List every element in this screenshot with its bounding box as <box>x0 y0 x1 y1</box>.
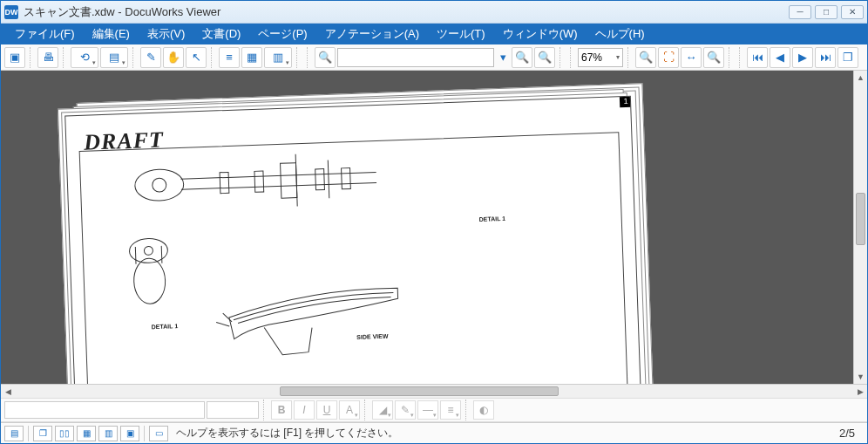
zoom-region-button[interactable]: 🔍 <box>635 47 656 68</box>
next-icon: ▶ <box>798 51 807 64</box>
horizontal-scrollbar[interactable]: ◀ ▶ <box>1 384 867 398</box>
label-detail1-left: DETAIL 1 <box>152 323 179 330</box>
minimize-button[interactable]: ─ <box>789 5 811 19</box>
scroll-right-icon[interactable]: ▶ <box>853 385 867 398</box>
status-help-text: ヘルプを表示するには [F1] を押してください。 <box>171 426 837 441</box>
content-area: 1 DRAFT <box>1 71 867 398</box>
edit-button[interactable]: ✎ <box>140 47 161 68</box>
search-input[interactable] <box>337 48 494 67</box>
titlebar: DW スキャン文書.xdw - DocuWorks Viewer ─ □ ✕ <box>1 1 867 24</box>
fit-width-icon: ↔ <box>686 51 697 64</box>
fit-width-button[interactable]: ↔ <box>681 47 702 68</box>
annotation-toggle-button[interactable]: ▥ <box>264 47 292 68</box>
select-button[interactable]: ↖ <box>186 47 207 68</box>
prev-icon: ◀ <box>776 51 784 64</box>
rotate-button[interactable]: ⟲ <box>71 47 98 68</box>
font-size-combo[interactable] <box>207 401 259 419</box>
menu-window[interactable]: ウィンドウ(W) <box>494 24 587 44</box>
next-page-button[interactable]: ▶ <box>792 47 813 68</box>
underline-button[interactable]: U <box>316 400 337 420</box>
search-next-button[interactable]: 🔍 <box>534 47 555 68</box>
text-view-button[interactable]: ≡ <box>219 47 240 68</box>
view-mode-grid[interactable]: ▦ <box>77 426 96 441</box>
pages-icon: ❐ <box>843 51 853 64</box>
view-mode-infobar[interactable]: ▤ <box>4 426 24 441</box>
first-page-button[interactable]: ⏮ <box>747 47 768 68</box>
thumb-icon: ❐ <box>39 428 47 438</box>
menu-help[interactable]: ヘルプ(H) <box>587 24 654 44</box>
print-icon: 🖶 <box>43 51 54 64</box>
menu-document[interactable]: 文書(D) <box>193 24 249 44</box>
zoom-region-icon: 🔍 <box>639 51 653 64</box>
page-icon: ▤ <box>109 51 119 64</box>
page-stack: 1 DRAFT <box>64 96 643 384</box>
menu-annotation[interactable]: アノテーション(A) <box>316 24 428 44</box>
search-icon: 🔍 <box>318 51 332 64</box>
actual-size-button[interactable]: 🔍 <box>703 47 724 68</box>
stamp-button[interactable]: ◐ <box>473 400 494 420</box>
pointer-icon: ↖ <box>192 51 201 64</box>
last-icon: ⏭ <box>820 51 831 64</box>
search-button[interactable]: 🔍 <box>315 47 336 68</box>
actual-size-icon: 🔍 <box>707 51 721 64</box>
menubar: ファイル(F) 編集(E) 表示(V) 文書(D) ページ(P) アノテーション… <box>1 24 867 44</box>
view-mode-single[interactable]: ▥ <box>98 426 118 441</box>
document-icon: ▭ <box>155 428 163 438</box>
label-detail1-top: DETAIL 1 <box>479 215 506 222</box>
view-mode-document[interactable]: ▭ <box>149 426 168 441</box>
maximize-button[interactable]: □ <box>815 5 837 19</box>
search-prev-button[interactable]: 🔍 <box>512 47 532 68</box>
menu-edit[interactable]: 編集(E) <box>84 24 139 44</box>
drawing-labels: DETAIL 1 DETAIL 1 SIDE VIEW <box>80 133 629 384</box>
hscroll-thumb[interactable] <box>280 386 559 396</box>
prev-page-button[interactable]: ◀ <box>770 47 790 68</box>
zoom-combo[interactable]: 67% <box>578 48 623 67</box>
print-button[interactable]: 🖶 <box>37 47 58 68</box>
zoom-value: 67% <box>581 51 602 64</box>
format-toolbar: B I U A ◢ ✎ — ≡ ◐ <box>1 398 867 422</box>
menu-page[interactable]: ページ(P) <box>249 24 315 44</box>
menu-tool[interactable]: ツール(T) <box>428 24 494 44</box>
fill-icon: ◢ <box>379 404 387 416</box>
view-mode-thumbnail[interactable]: ❐ <box>33 426 52 441</box>
document-viewer[interactable]: 1 DRAFT <box>1 71 867 384</box>
bold-button[interactable]: B <box>271 400 292 420</box>
search-next-icon: 🔍 <box>538 51 552 64</box>
text-icon: ≡ <box>226 51 233 64</box>
close-button[interactable]: ✕ <box>841 5 864 19</box>
font-color-button[interactable]: A <box>339 400 360 420</box>
app-window: DW スキャン文書.xdw - DocuWorks Viewer ─ □ ✕ フ… <box>0 0 868 444</box>
rotate-icon: ⟲ <box>80 51 90 64</box>
line-color-button[interactable]: ✎ <box>395 400 416 420</box>
current-page: 1 DRAFT <box>64 96 643 384</box>
last-page-button[interactable]: ⏭ <box>815 47 836 68</box>
line-style-button[interactable]: — <box>417 400 438 420</box>
menu-view[interactable]: 表示(V) <box>139 24 193 44</box>
fit-page-button[interactable]: ⛶ <box>658 47 679 68</box>
label-side-view: SIDE VIEW <box>356 333 388 340</box>
scroll-down-icon[interactable]: ▼ <box>854 370 867 384</box>
view-mode-continuous[interactable]: ▯▯ <box>55 426 74 441</box>
scroll-left-icon[interactable]: ◀ <box>1 385 15 398</box>
pages-button[interactable]: ❐ <box>837 47 858 68</box>
page-setup-button[interactable]: ▤ <box>100 47 128 68</box>
font-color-icon: A <box>346 404 353 416</box>
page-indicator: 2/5 <box>839 427 864 440</box>
page-corner-tag: 1 <box>620 96 632 107</box>
scroll-up-icon[interactable]: ▲ <box>854 71 867 85</box>
menu-file[interactable]: ファイル(F) <box>6 24 84 44</box>
main-toolbar: ▣ 🖶 ⟲ ▤ ✎ ✋ ↖ ≡ ▦ ▥ 🔍 ▾ 🔍 🔍 67% 🔍 ⛶ ↔ 🔍 … <box>1 44 867 71</box>
line-weight-button[interactable]: ≡ <box>440 400 461 420</box>
line-weight-icon: ≡ <box>447 404 453 416</box>
search-dropdown[interactable]: ▾ <box>496 47 510 68</box>
vertical-scrollbar[interactable]: ▲ ▼ <box>853 71 867 384</box>
single-icon: ▥ <box>105 428 112 438</box>
vscroll-thumb[interactable] <box>856 193 865 245</box>
italic-button[interactable]: I <box>294 400 315 420</box>
save-button[interactable]: ▣ <box>4 47 25 68</box>
view-mode-book[interactable]: ▣ <box>120 426 139 441</box>
fill-color-button[interactable]: ◢ <box>372 400 393 420</box>
thumbnail-button[interactable]: ▦ <box>241 47 262 68</box>
font-family-combo[interactable] <box>4 401 205 419</box>
hand-button[interactable]: ✋ <box>163 47 184 68</box>
